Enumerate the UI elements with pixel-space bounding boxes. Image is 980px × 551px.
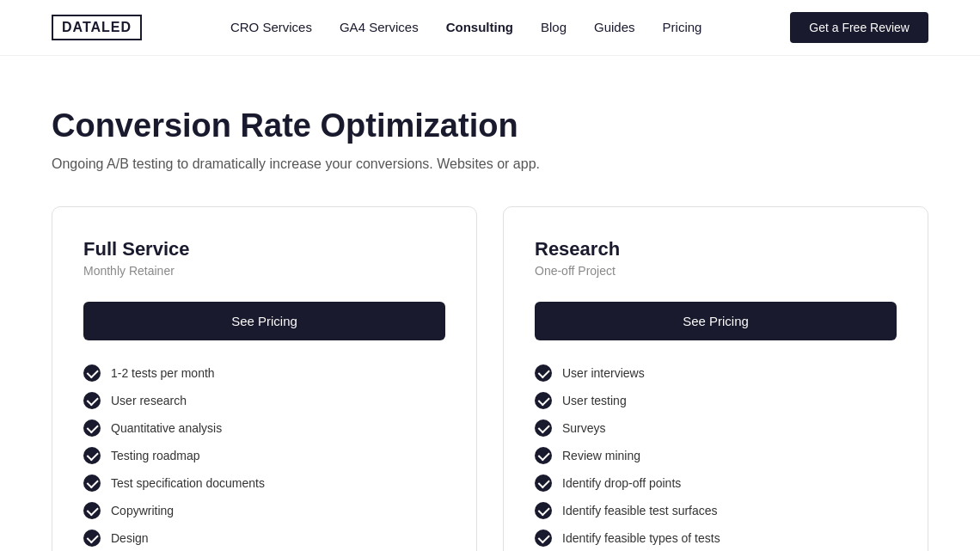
list-item: Testing roadmap <box>83 447 445 464</box>
feature-label: User testing <box>562 394 627 407</box>
pricing-cards: Full Service Monthly Retainer See Pricin… <box>0 206 980 551</box>
check-icon <box>83 364 101 382</box>
nav-link-pricing[interactable]: Pricing <box>663 20 702 34</box>
feature-label: 1-2 tests per month <box>111 366 215 380</box>
check-icon <box>535 419 552 437</box>
nav-link-cro[interactable]: CRO Services <box>230 20 312 34</box>
list-item: User interviews <box>535 364 897 382</box>
research-title: Research <box>535 238 897 260</box>
feature-label: User interviews <box>562 366 645 380</box>
list-item: Identify feasible types of tests <box>535 530 897 547</box>
research-features: User interviews User testing Surveys Rev… <box>535 364 897 551</box>
check-icon <box>535 364 552 382</box>
full-service-subtype: Monthly Retainer <box>83 264 445 278</box>
nav-item-pricing[interactable]: Pricing <box>663 20 702 35</box>
check-icon <box>83 447 101 464</box>
list-item: Copywriting <box>83 502 445 519</box>
logo-text: DATALED <box>52 15 142 40</box>
list-item: 1-2 tests per month <box>83 364 445 382</box>
research-subtype: One-off Project <box>535 264 897 278</box>
feature-label: Copywriting <box>111 504 174 517</box>
check-icon <box>83 502 101 519</box>
check-icon <box>535 502 552 519</box>
list-item: Identify feasible test surfaces <box>535 502 897 519</box>
list-item: User testing <box>535 392 897 409</box>
list-item: Test specification documents <box>83 474 445 492</box>
nav-item-consulting[interactable]: Consulting <box>446 20 513 35</box>
list-item: Identify drop-off points <box>535 474 897 492</box>
feature-label: Quantitative analysis <box>111 421 222 435</box>
list-item: User research <box>83 392 445 409</box>
nav-link-guides[interactable]: Guides <box>594 20 635 34</box>
nav-item-blog[interactable]: Blog <box>541 20 567 35</box>
logo[interactable]: DATALED <box>52 15 142 40</box>
check-icon <box>83 474 101 492</box>
nav-link-ga4[interactable]: GA4 Services <box>340 20 419 34</box>
nav-item-guides[interactable]: Guides <box>594 20 635 35</box>
list-item: Quantitative analysis <box>83 419 445 437</box>
feature-label: Test specification documents <box>111 476 265 490</box>
feature-label: Review mining <box>562 449 640 462</box>
page-title: Conversion Rate Optimization <box>52 107 928 144</box>
feature-label: Testing roadmap <box>111 449 200 462</box>
full-service-title: Full Service <box>83 238 445 260</box>
check-icon <box>83 530 101 547</box>
check-icon <box>535 474 552 492</box>
check-icon <box>535 447 552 464</box>
list-item: Review mining <box>535 447 897 464</box>
feature-label: Design <box>111 531 149 545</box>
research-see-pricing-button[interactable]: See Pricing <box>535 302 897 340</box>
list-item: Design <box>83 530 445 547</box>
research-card: Research One-off Project See Pricing Use… <box>503 206 928 551</box>
get-free-review-button[interactable]: Get a Free Review <box>790 12 928 43</box>
nav-link-consulting[interactable]: Consulting <box>446 20 513 34</box>
full-service-card: Full Service Monthly Retainer See Pricin… <box>52 206 477 551</box>
full-service-see-pricing-button[interactable]: See Pricing <box>83 302 445 340</box>
feature-label: User research <box>111 394 187 407</box>
full-service-features: 1-2 tests per month User research Quanti… <box>83 364 445 551</box>
check-icon <box>83 419 101 437</box>
feature-label: Surveys <box>562 421 606 435</box>
nav-item-ga4[interactable]: GA4 Services <box>340 20 419 35</box>
check-icon <box>83 392 101 409</box>
check-icon <box>535 392 552 409</box>
hero-subtitle: Ongoing A/B testing to dramatically incr… <box>52 156 928 172</box>
hero-section: Conversion Rate Optimization Ongoing A/B… <box>0 56 980 206</box>
list-item: Surveys <box>535 419 897 437</box>
feature-label: Identify feasible types of tests <box>562 531 720 545</box>
nav-link-blog[interactable]: Blog <box>541 20 567 34</box>
nav-links: CRO Services GA4 Services Consulting Blo… <box>230 20 701 35</box>
check-icon <box>535 530 552 547</box>
navbar: DATALED CRO Services GA4 Services Consul… <box>0 0 980 56</box>
feature-label: Identify drop-off points <box>562 476 681 490</box>
nav-item-cro[interactable]: CRO Services <box>230 20 312 35</box>
feature-label: Identify feasible test surfaces <box>562 504 718 517</box>
